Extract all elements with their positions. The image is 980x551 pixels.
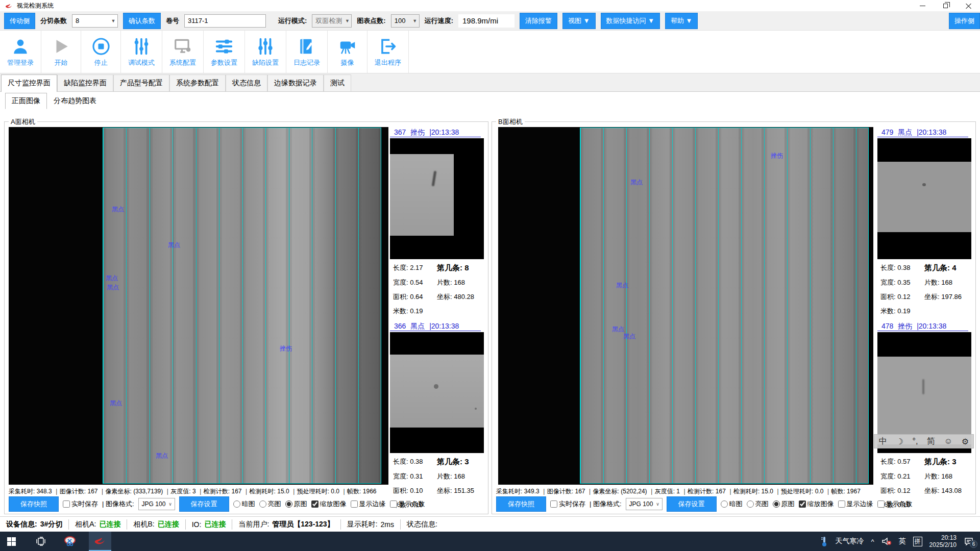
clear-alarm-button[interactable]: 清除报警: [520, 13, 557, 29]
save-snapshot-button[interactable]: 保存快照: [9, 496, 59, 512]
start-button[interactable]: [0, 532, 22, 551]
tab-page-content: A面相机 黑点 黑点 黑点 黑点 挫伤 黑点 黑点 367 挫伤 |20:13:…: [0, 109, 980, 516]
taskbar-clock[interactable]: 20:13 2025/2/10: [929, 534, 957, 548]
defect-id: 478: [881, 322, 893, 330]
drive-side-button[interactable]: 传动侧: [4, 13, 35, 29]
original-image-radio[interactable]: 原图: [285, 499, 307, 509]
exit-program-button[interactable]: 退出程序: [368, 31, 409, 73]
camera-capture-button[interactable]: 摄像: [328, 31, 368, 73]
tab-system-param-config[interactable]: 系统参数配置: [169, 74, 226, 91]
close-button[interactable]: [957, 0, 980, 11]
start-button[interactable]: 开始: [41, 31, 81, 73]
save-settings-button[interactable]: 保存设置: [667, 496, 717, 512]
ime-indicator[interactable]: 拼: [913, 537, 922, 546]
save-settings-button[interactable]: 保存设置: [179, 496, 229, 512]
defect-width: 0.21: [897, 472, 910, 480]
ime-simplified-mode[interactable]: 简: [927, 436, 935, 447]
defect-type: 挫伤: [898, 322, 912, 330]
system-config-button[interactable]: 系统配置: [162, 31, 204, 73]
thermometer-icon[interactable]: [820, 536, 828, 547]
titlebar: 视觉检测系统: [0, 0, 980, 11]
tab-product-model-config[interactable]: 产品型号配置: [113, 74, 169, 91]
language-indicator[interactable]: 英: [899, 537, 906, 546]
tab-status-info[interactable]: 状态信息: [226, 74, 267, 91]
defect-width: 0.31: [410, 472, 423, 480]
defect-thumbnail[interactable]: [390, 332, 484, 453]
confirm-count-button[interactable]: 确认条数: [123, 13, 161, 29]
subtab-trend-chart[interactable]: 分布趋势图表: [47, 93, 103, 109]
original-image-radio[interactable]: 原图: [773, 499, 795, 509]
show-edge-checkbox[interactable]: 显示边缘: [351, 499, 386, 509]
ime-fullwidth-icon[interactable]: ☽: [896, 437, 903, 446]
show-edge-checkbox[interactable]: 显示边缘: [838, 499, 873, 509]
ime-chinese-mode[interactable]: 中: [879, 436, 887, 447]
defect-thumbnail[interactable]: [877, 138, 971, 259]
slice-count-select[interactable]: 8 ▼: [72, 14, 118, 28]
help-menu-button[interactable]: 帮助 ▼: [665, 13, 698, 29]
defect-marker: 黑点: [168, 241, 180, 249]
camera-a-status-label: 相机A:: [75, 520, 96, 529]
stop-button[interactable]: 停止: [81, 31, 121, 73]
defect-settings-button[interactable]: 缺陷设置: [245, 31, 286, 73]
roll-number-input[interactable]: [184, 14, 266, 28]
camera-a-image[interactable]: 黑点 黑点 黑点 黑点 挫伤 黑点 黑点: [9, 127, 388, 485]
tab-defect-monitor[interactable]: 缺陷监控界面: [57, 74, 113, 91]
snip-tool-button[interactable]: [59, 532, 82, 551]
save-snapshot-button[interactable]: 保存快照: [496, 496, 546, 512]
hidden-icons-caret[interactable]: ^: [871, 538, 874, 545]
image-format-select[interactable]: JPG 100∨: [138, 498, 175, 510]
debug-mode-button[interactable]: 调试模式: [121, 31, 162, 73]
ime-emoji-icon[interactable]: ☺: [944, 437, 952, 446]
tab-edge-data-record[interactable]: 边缘数据记录: [267, 74, 324, 91]
notification-center-button[interactable]: 6: [964, 537, 974, 546]
camera-b-image[interactable]: 挫伤 黑点 黑点 黑点 黑点: [498, 127, 873, 485]
minimize-button[interactable]: [911, 0, 934, 11]
bright-image-radio[interactable]: 亮图: [259, 499, 281, 509]
restore-button[interactable]: [934, 0, 957, 11]
ime-settings-gear-icon[interactable]: ⚙: [962, 437, 969, 446]
chevron-down-icon: ∨: [166, 502, 175, 507]
chart-points-label: 图表点数:: [357, 16, 385, 26]
chart-points-select[interactable]: 100 ▼: [391, 14, 420, 28]
defect-card[interactable]: 478 挫伤 |20:13:38 长度: 0.57 第几条: 3 宽度: 0.2…: [877, 322, 974, 510]
image-format-select[interactable]: JPG 100∨: [626, 498, 663, 510]
weather-status[interactable]: 天气寒冷: [836, 537, 864, 546]
realtime-save-checkbox[interactable]: 实时保存: [550, 499, 585, 509]
speaker-muted-icon: [881, 537, 892, 546]
operator-side-button[interactable]: 操作侧: [949, 13, 980, 29]
show-strips-checkbox[interactable]: 显示条数: [390, 499, 425, 509]
zoom-image-checkbox[interactable]: 缩放图像: [311, 499, 347, 509]
sub-tab-bar: 正面图像 分布趋势图表: [0, 92, 980, 109]
dark-image-radio[interactable]: 暗图: [233, 499, 255, 509]
tab-size-monitor[interactable]: 尺寸监控界面: [1, 74, 57, 92]
view-menu-button[interactable]: 视图 ▼: [562, 13, 595, 29]
subtab-front-image[interactable]: 正面图像: [5, 93, 47, 109]
defect-card[interactable]: 367 挫伤 |20:13:38 长度: 2.17 第几条: 8 宽度: 0.5…: [390, 128, 487, 316]
defect-marker: 黑点: [106, 274, 118, 283]
defect-coord: 197.86: [941, 293, 962, 300]
vision-app-taskbar-button[interactable]: [89, 532, 111, 551]
run-mode-select[interactable]: 双面检测 ▼: [312, 14, 352, 28]
stop-icon: [91, 37, 111, 56]
defect-count: 168: [941, 472, 952, 480]
tab-test[interactable]: 测试: [324, 74, 351, 91]
app-logo-icon: [94, 535, 106, 547]
realtime-save-checkbox[interactable]: 实时保存: [63, 499, 98, 509]
log-record-button[interactable]: 日志记录: [286, 31, 328, 73]
defect-length: 0.38: [897, 264, 910, 271]
show-strips-checkbox[interactable]: 显示条数: [877, 499, 913, 509]
ime-punctuation-icon[interactable]: °,: [913, 437, 918, 446]
dark-image-radio[interactable]: 暗图: [721, 499, 743, 509]
data-quick-access-menu-button[interactable]: 数据快捷访问 ▼: [601, 13, 660, 29]
defect-marker: 黑点: [612, 325, 624, 334]
bright-image-radio[interactable]: 亮图: [747, 499, 769, 509]
defect-thumbnail[interactable]: [390, 138, 484, 259]
parameter-settings-button[interactable]: 参数设置: [204, 31, 245, 73]
defect-card[interactable]: 366 黑点 |20:13:38 长度: 0.38 第几条: 3 宽度: 0.3…: [390, 322, 487, 510]
admin-login-button[interactable]: 管理登录: [0, 31, 41, 73]
volume-muted-button[interactable]: [881, 537, 892, 546]
window-title: 视觉检测系统: [17, 2, 54, 10]
defect-card[interactable]: 479 黑点 |20:13:38 长度: 0.38 第几条: 4 宽度: 0.3…: [877, 128, 974, 316]
task-view-button[interactable]: [30, 532, 52, 551]
zoom-image-checkbox[interactable]: 缩放图像: [799, 499, 834, 509]
